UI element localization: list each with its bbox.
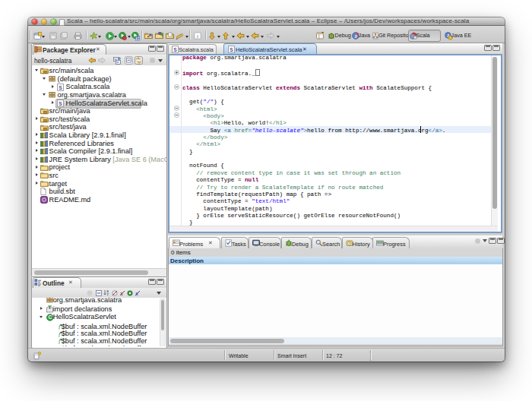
svg-text:S: S	[136, 36, 139, 40]
svg-text:S: S	[59, 84, 62, 90]
svg-text:z: z	[106, 292, 109, 296]
svg-text:i: i	[197, 33, 198, 38]
svg-text:C: C	[48, 314, 52, 320]
svg-text:S: S	[173, 47, 177, 52]
svg-text:S: S	[59, 100, 62, 106]
svg-text:S: S	[230, 46, 233, 52]
